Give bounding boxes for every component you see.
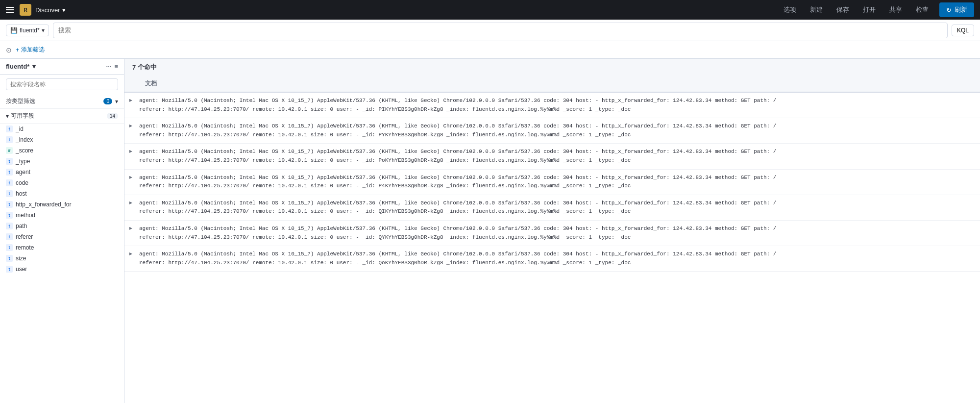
sidebar-field-_index[interactable]: t_index xyxy=(0,134,124,145)
sidebar-field-referer[interactable]: treferer xyxy=(0,231,124,242)
filter-by-type-section[interactable]: 按类型筛选 0 xyxy=(0,94,124,109)
field-name-host: host xyxy=(16,190,27,197)
sidebar-field-_type[interactable]: t_type xyxy=(0,156,124,167)
index-selector-label: fluentd* xyxy=(20,27,40,34)
sidebar-field-user[interactable]: tuser xyxy=(0,264,124,275)
app-logo: R xyxy=(20,4,31,16)
results-header: 7 个命中 xyxy=(124,59,980,76)
sidebar-field-agent[interactable]: tagent xyxy=(0,167,124,177)
sidebar-field-host[interactable]: thost xyxy=(0,188,124,199)
plus-icon: + xyxy=(16,47,19,53)
sidebar-field-code[interactable]: tcode xyxy=(0,177,124,188)
field-name-_index: _index xyxy=(16,136,33,143)
sidebar-action-list[interactable]: ≡ xyxy=(114,63,118,70)
row-expand-icon[interactable]: ▸ xyxy=(129,199,132,206)
filter-icon[interactable]: ⊙ xyxy=(6,46,12,54)
row-content: agent: Mozilla/5.0 (Macintosh; Intel Mac… xyxy=(139,246,980,271)
field-type-icon-user: t xyxy=(6,266,13,273)
field-type-icon-_id: t xyxy=(6,126,13,132)
field-name-user: user xyxy=(16,266,27,273)
fields-count-badge: 14 xyxy=(107,113,118,119)
row-content: agent: Mozilla/5.0 (Macintosh; Intel Mac… xyxy=(139,144,980,169)
sidebar-field-size[interactable]: tsize xyxy=(0,253,124,264)
field-type-icon-path: t xyxy=(6,223,13,229)
fields-section-toggle[interactable]: ▾ xyxy=(6,113,9,120)
field-name-method: method xyxy=(16,212,35,219)
sidebar-index-chevron-icon[interactable] xyxy=(32,63,36,70)
new-button[interactable]: 新建 xyxy=(807,3,826,16)
nav-right: 选项 新建 保存 打开 共享 检查 ↻ 刷新 xyxy=(781,2,974,17)
main-layout: fluentd* ··· ≡ 按类型筛选 0 ▾ 可用字段 xyxy=(0,59,980,403)
table-row: ▸agent: Mozilla/5.0 (Macintosh; Intel Ma… xyxy=(124,169,980,195)
field-name-agent: agent xyxy=(16,169,30,176)
fields-section: ▾ 可用字段 14 t_idt_index#_scoret_typetagent… xyxy=(0,109,124,275)
chevron-down-icon xyxy=(62,6,66,14)
app-menu-icon[interactable] xyxy=(6,5,16,15)
field-name-path: path xyxy=(16,223,27,229)
sidebar-field-_score[interactable]: #_score xyxy=(0,145,124,156)
field-name-size: size xyxy=(16,255,26,262)
row-expand-icon[interactable]: ▸ xyxy=(129,250,132,257)
options-button[interactable]: 选项 xyxy=(781,3,799,16)
fields-list: t_idt_index#_scoret_typetagenttcodethost… xyxy=(0,124,124,275)
sidebar-field-path[interactable]: tpath xyxy=(0,221,124,231)
search-input[interactable] xyxy=(58,26,942,34)
table-row: ▸agent: Mozilla/5.0 (Macintosh; Intel Ma… xyxy=(124,92,980,118)
field-name-remote: remote xyxy=(16,244,34,251)
row-content: agent: Mozilla/5.0 (Macintosh; Intel Mac… xyxy=(139,195,980,220)
sidebar-field-method[interactable]: tmethod xyxy=(0,210,124,221)
nav-left: R Discover xyxy=(6,4,66,16)
field-name-http_x_forwarded_for: http_x_forwarded_for xyxy=(16,201,71,208)
index-chevron-icon xyxy=(42,27,45,34)
kql-button[interactable]: KQL xyxy=(952,25,974,36)
table-row: ▸agent: Mozilla/5.0 (Macintosh; Intel Ma… xyxy=(124,246,980,272)
fields-section-label: 可用字段 xyxy=(11,112,34,120)
index-selector[interactable]: 💾 fluentd* xyxy=(6,25,49,36)
sidebar-index-actions: ··· ≡ xyxy=(106,63,118,70)
field-name-_score: _score xyxy=(16,147,33,154)
sidebar-index-header: fluentd* ··· ≡ xyxy=(0,59,124,75)
refresh-button[interactable]: ↻ 刷新 xyxy=(939,2,974,17)
row-content: agent: Mozilla/5.0 (Macintosh; Intel Mac… xyxy=(139,118,980,143)
field-type-icon-size: t xyxy=(6,255,13,262)
save-button[interactable]: 保存 xyxy=(833,3,852,16)
row-expand-icon[interactable]: ▸ xyxy=(129,174,132,180)
sidebar: fluentd* ··· ≡ 按类型筛选 0 ▾ 可用字段 xyxy=(0,59,124,403)
content-area: 7 个命中 文档 ▸agent: Mozilla/5.0 (Macintosh;… xyxy=(124,59,980,403)
discover-tab[interactable]: Discover xyxy=(35,6,66,14)
field-type-icon-host: t xyxy=(6,190,13,197)
row-expand-icon[interactable]: ▸ xyxy=(129,148,132,154)
results-table: 文档 ▸agent: Mozilla/5.0 (Macintosh; Intel… xyxy=(124,76,980,403)
field-type-icon-_score: # xyxy=(6,147,13,154)
field-name-referer: referer xyxy=(16,233,33,240)
fields-header: ▾ 可用字段 14 xyxy=(0,109,124,124)
sidebar-index-label: fluentd* xyxy=(6,63,29,70)
save-icon: 💾 xyxy=(10,27,18,34)
field-type-icon-remote: t xyxy=(6,244,13,251)
search-input-wrap xyxy=(53,23,948,38)
inspect-button[interactable]: 检查 xyxy=(913,3,931,16)
row-expand-icon[interactable]: ▸ xyxy=(129,97,132,103)
sidebar-field-remote[interactable]: tremote xyxy=(0,242,124,253)
add-filter-button[interactable]: + 添加筛选 xyxy=(16,46,45,54)
sidebar-field-_id[interactable]: t_id xyxy=(0,124,124,134)
open-button[interactable]: 打开 xyxy=(860,3,879,16)
row-content: agent: Mozilla/5.0 (Macintosh; Intel Mac… xyxy=(139,170,980,195)
field-type-icon-_index: t xyxy=(6,136,13,143)
sidebar-field-http_x_forwarded_for[interactable]: thttp_x_forwarded_for xyxy=(0,199,124,210)
sidebar-search-input[interactable] xyxy=(6,78,118,90)
table-row: ▸agent: Mozilla/5.0 (Macintosh; Intel Ma… xyxy=(124,118,980,144)
field-type-icon-http_x_forwarded_for: t xyxy=(6,201,13,208)
row-expand-icon[interactable]: ▸ xyxy=(129,122,132,129)
table-header-row: 文档 xyxy=(124,76,980,92)
expand-column-header xyxy=(124,76,139,92)
sidebar-action-dots[interactable]: ··· xyxy=(106,63,112,70)
filter-chevron-icon xyxy=(115,98,118,105)
field-type-icon-referer: t xyxy=(6,233,13,240)
document-column-header: 文档 xyxy=(139,76,980,92)
results-unit: 个命中 xyxy=(138,63,157,72)
field-type-icon-method: t xyxy=(6,212,13,219)
share-button[interactable]: 共享 xyxy=(886,3,905,16)
row-expand-icon[interactable]: ▸ xyxy=(129,225,132,231)
filter-by-type-label: 按类型筛选 xyxy=(6,97,35,105)
